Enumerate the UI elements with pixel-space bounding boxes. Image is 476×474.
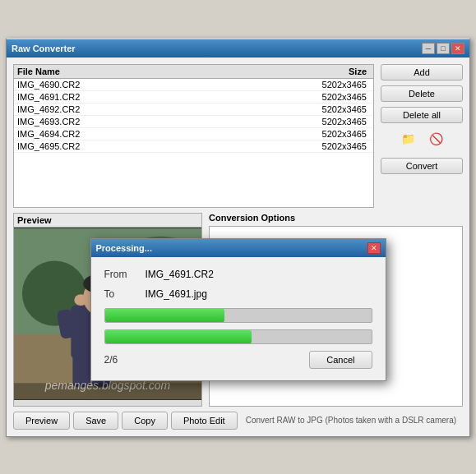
- from-value: IMG_4691.CR2: [146, 269, 214, 280]
- maximize-button[interactable]: □: [437, 43, 450, 54]
- file-list-header: File Name Size: [14, 65, 373, 79]
- copy-button[interactable]: Copy: [122, 412, 168, 430]
- dialog-body: From IMG_4691.CR2 To IMG_4691.jpg: [91, 257, 386, 380]
- progress-bar-2-fill: [105, 330, 252, 343]
- file-list-container: File Name Size IMG_4690.CR2 5202x3465 IM…: [13, 64, 374, 208]
- cancel-button[interactable]: Cancel: [309, 351, 372, 369]
- file-name: IMG_4694.CR2: [17, 129, 296, 139]
- file-name: IMG_4692.CR2: [17, 104, 296, 114]
- window-body: File Name Size IMG_4690.CR2 5202x3465 IM…: [7, 58, 469, 436]
- right-panel: Add Delete Delete all 📁 🚫 Convert: [381, 64, 463, 208]
- file-row[interactable]: IMG_4692.CR2 5202x3465: [14, 104, 373, 116]
- file-rows: IMG_4690.CR2 5202x3465 IMG_4691.CR2 5202…: [14, 79, 373, 153]
- window-title: Raw Converter: [12, 44, 76, 53]
- window-controls: ─ □ ✕: [422, 43, 464, 54]
- title-bar: Raw Converter ─ □ ✕: [7, 39, 469, 58]
- dialog-close-button[interactable]: ✕: [367, 242, 381, 254]
- file-row[interactable]: IMG_4691.CR2 5202x3465: [14, 91, 373, 104]
- progress-text: 2/6: [104, 354, 118, 366]
- delete-button[interactable]: Delete: [381, 85, 463, 102]
- file-name: IMG_4690.CR2: [17, 80, 296, 90]
- add-button[interactable]: Add: [381, 64, 463, 81]
- bottom-section: Preview: [13, 213, 463, 407]
- progress-bar-2: [104, 329, 372, 344]
- photo-edit-button[interactable]: Photo Edit: [171, 412, 238, 430]
- to-label: To: [104, 288, 146, 300]
- dialog-title-bar: Processing... ✕: [91, 239, 386, 257]
- left-panel: File Name Size IMG_4690.CR2 5202x3465 IM…: [13, 64, 374, 208]
- dialog-footer: 2/6 Cancel: [104, 351, 372, 369]
- preview-button[interactable]: Preview: [13, 412, 70, 430]
- prohibited-icon[interactable]: 🚫: [424, 130, 447, 148]
- delete-all-button[interactable]: Delete all: [381, 107, 463, 123]
- dialog-title: Processing...: [96, 243, 152, 253]
- file-name: IMG_4691.CR2: [17, 92, 296, 102]
- file-size: 5202x3465: [296, 92, 370, 102]
- file-size: 5202x3465: [296, 80, 370, 90]
- bottom-buttons: Preview Save Copy Photo Edit Convert RAW…: [13, 412, 463, 430]
- dialog-from-row: From IMG_4691.CR2: [104, 269, 372, 280]
- file-name: IMG_4695.CR2: [17, 141, 296, 151]
- icon-row: 📁 🚫: [381, 128, 463, 150]
- info-text: Convert RAW to JPG (Photos taken with a …: [241, 416, 463, 425]
- file-size: 5202x3465: [296, 117, 370, 127]
- file-row[interactable]: IMG_4690.CR2 5202x3465: [14, 79, 373, 91]
- progress-bar-1: [104, 308, 372, 323]
- file-size: 5202x3465: [296, 104, 370, 114]
- minimize-button[interactable]: ─: [422, 43, 435, 54]
- dialog-to-row: To IMG_4691.jpg: [104, 288, 372, 300]
- to-value: IMG_4691.jpg: [146, 288, 207, 300]
- file-size: 5202x3465: [296, 129, 370, 139]
- file-row[interactable]: IMG_4695.CR2 5202x3465: [14, 140, 373, 153]
- folder-icon[interactable]: 📁: [396, 130, 419, 148]
- processing-dialog: Processing... ✕ From IMG_4691.CR2 To IMG…: [90, 238, 386, 381]
- convert-button[interactable]: Convert: [381, 158, 463, 174]
- file-size: 5202x3465: [296, 141, 370, 151]
- close-button[interactable]: ✕: [451, 43, 464, 54]
- save-button[interactable]: Save: [73, 412, 118, 430]
- main-window: Raw Converter ─ □ ✕ File Name Size IMG_4…: [6, 38, 470, 437]
- file-name: IMG_4693.CR2: [17, 117, 296, 127]
- col-name-header: File Name: [17, 67, 296, 76]
- main-content: File Name Size IMG_4690.CR2 5202x3465 IM…: [13, 64, 463, 208]
- progress-bar-1-fill: [105, 309, 225, 322]
- col-size-header: Size: [296, 67, 370, 76]
- dialog-overlay: Processing... ✕ From IMG_4691.CR2 To IMG…: [13, 213, 463, 407]
- file-row[interactable]: IMG_4694.CR2 5202x3465: [14, 128, 373, 140]
- file-row[interactable]: IMG_4693.CR2 5202x3465: [14, 116, 373, 128]
- from-label: From: [104, 269, 146, 280]
